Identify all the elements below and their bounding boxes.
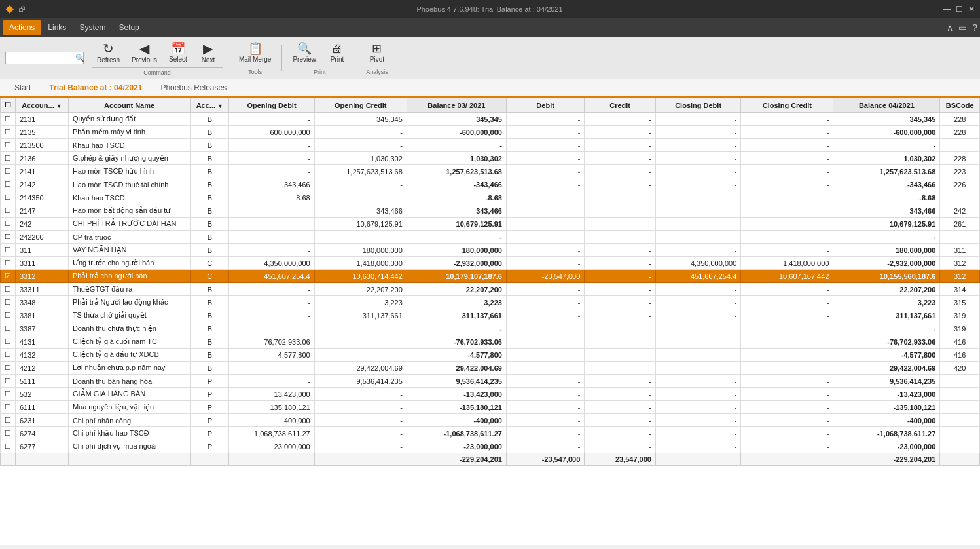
print-button[interactable]: 🖨 Print [323,40,352,66]
next-button[interactable]: ▶ Next [194,39,223,66]
balance03-cell: -343,466 [407,178,506,191]
row-checkbox[interactable]: ☐ [1,113,16,126]
balance03-cell: 10,179,107,187.6 [407,270,506,283]
row-checkbox[interactable]: ☐ [1,309,16,322]
balance03-cell: 180,000,000 [407,244,506,257]
col-header-opening-debit[interactable]: Opening Debit [229,98,314,113]
tab-start[interactable]: Start [5,79,40,98]
credit-cell: - [585,322,656,335]
col-header-closing-credit[interactable]: Closing Credit [741,98,833,113]
row-checkbox[interactable]: ☐ [1,388,16,401]
row-checkbox[interactable]: ☑ [1,270,16,283]
col-header-balance-04[interactable]: Balance 04/2021 [833,98,940,113]
col-header-bscode[interactable]: BSCode [940,98,980,113]
debit-cell: - [506,257,584,270]
tab-phoebus-releases[interactable]: Phoebus Releases [151,79,236,98]
previous-button[interactable]: ◀ Previous [126,39,162,66]
closing-credit-cell: - [741,414,833,427]
row-checkbox[interactable]: ☐ [1,126,16,139]
title-bar-left: 🔶 🗗 — [5,5,37,14]
menu-window-icon[interactable]: ▭ [958,22,967,33]
row-checkbox[interactable]: ☐ [1,349,16,362]
debit-cell: - [506,375,584,388]
window-min-btn[interactable]: — [29,5,37,13]
row-checkbox[interactable]: ☐ [1,178,16,191]
account-cell: 3311 [16,257,69,270]
balance04-cell: -8.68 [833,191,940,204]
credit-cell: - [585,440,656,453]
balance04-cell: -4,577,800 [833,349,940,362]
type-cell: P [191,427,229,440]
type-cell: B [191,139,229,152]
refresh-button[interactable]: ↻ Refresh [92,39,125,66]
row-checkbox[interactable]: ☐ [1,427,16,440]
table-row: ☐2141Hao mòn TSCĐ hữu hìnhB-1,257,623,51… [1,165,980,178]
mail-merge-button[interactable]: 📋 Mail Merge [234,40,276,66]
opening-credit-cell: 9,536,414,235 [314,375,407,388]
col-header-account-name[interactable]: Account Name [68,98,190,113]
preview-button[interactable]: 🔍 Preview [287,40,321,66]
row-checkbox[interactable]: ☐ [1,231,16,244]
row-checkbox[interactable]: ☐ [1,362,16,375]
debit-cell: - [506,204,584,218]
menu-expand-icon[interactable]: ∧ [947,22,953,33]
col-header-acc-type[interactable]: Acc... ▼ [191,98,229,113]
row-checkbox[interactable]: ☐ [1,440,16,453]
row-checkbox[interactable]: ☐ [1,244,16,257]
col-header-balance-03[interactable]: Balance 03/ 2021 [407,98,506,113]
search-input[interactable] [10,54,75,62]
col-header-opening-credit[interactable]: Opening Credit [314,98,407,113]
opening-debit-cell: - [229,218,314,231]
row-checkbox[interactable]: ☐ [1,257,16,270]
col-header-credit[interactable]: Credit [585,98,656,113]
window-restore-btn[interactable]: 🗗 [18,5,26,13]
tools-buttons: 📋 Mail Merge [234,40,276,66]
menu-item-actions[interactable]: Actions [3,20,41,35]
row-checkbox[interactable]: ☐ [1,191,16,204]
account-name-cell: Doanh thu bán hàng hóa [68,375,190,388]
row-checkbox[interactable]: ☐ [1,414,16,427]
row-checkbox[interactable]: ☐ [1,283,16,296]
bscode-cell: 416 [940,335,980,349]
menu-help-icon[interactable]: ? [972,22,977,33]
menu-item-setup[interactable]: Setup [112,20,145,35]
bscode-cell [940,139,980,152]
maximize-btn[interactable]: ☐ [956,5,963,14]
row-checkbox[interactable]: ☐ [1,152,16,165]
select-button[interactable]: 📅 Select [164,39,192,66]
col-header-closing-debit[interactable]: Closing Debit [655,98,740,113]
col-header-checkbox[interactable]: ☐ [1,98,16,113]
opening-credit-cell: - [314,427,407,440]
col-header-account[interactable]: Accoun... ▼ [16,98,69,113]
row-checkbox[interactable]: ☐ [1,204,16,218]
row-checkbox[interactable]: ☐ [1,335,16,349]
account-name-cell: Chi phí dịch vụ mua ngoài [68,440,190,453]
row-checkbox[interactable]: ☐ [1,296,16,309]
bscode-cell [940,191,980,204]
account-cell: 4212 [16,362,69,375]
balance03-cell: - [407,139,506,152]
pivot-icon: ⊞ [372,43,382,54]
row-checkbox[interactable]: ☐ [1,218,16,231]
pivot-button[interactable]: ⊞ Pivot [363,40,391,66]
toolbar-search[interactable]: 🔍 [5,52,84,64]
row-checkbox[interactable]: ☐ [1,401,16,414]
type-cell: P [191,375,229,388]
opening-credit-cell: - [314,349,407,362]
tab-trial-balance[interactable]: Trial Balance at : 04/2021 [40,79,151,98]
row-checkbox[interactable]: ☐ [1,322,16,335]
closing-debit-cell: - [655,309,740,322]
row-checkbox[interactable]: ☐ [1,165,16,178]
balance03-cell: -135,180,121 [407,401,506,414]
row-checkbox[interactable]: ☐ [1,139,16,152]
table-row: ☐4131C.lệch tỷ giá cuối năm TCB76,702,93… [1,335,980,349]
debit-cell: - [506,152,584,165]
row-checkbox[interactable]: ☐ [1,375,16,388]
minimize-btn[interactable]: — [943,5,951,14]
menu-item-links[interactable]: Links [41,20,73,35]
menu-item-system[interactable]: System [73,20,112,35]
print-label: Print [331,56,344,63]
col-header-debit[interactable]: Debit [506,98,584,113]
closing-credit-cell: - [741,309,833,322]
close-btn[interactable]: ✕ [968,5,975,14]
